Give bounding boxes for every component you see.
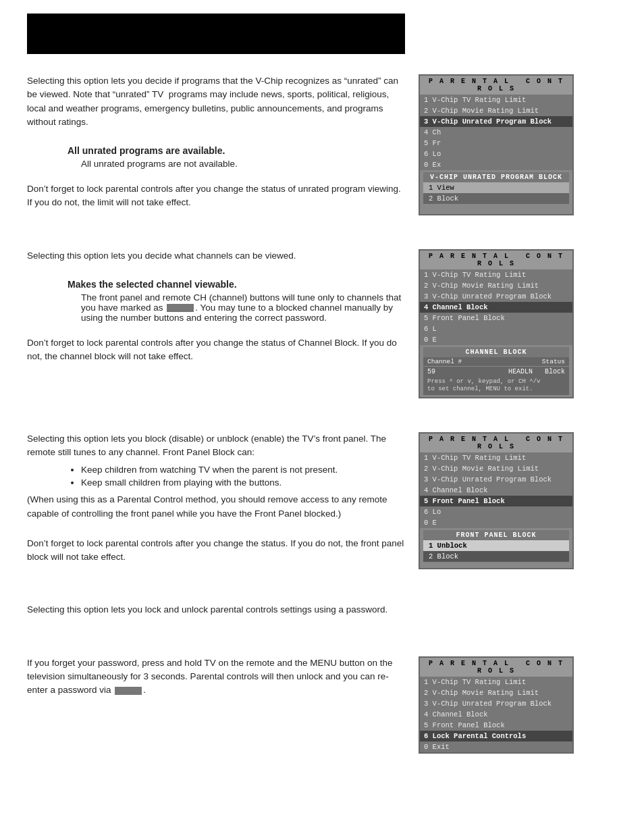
submenu-title-unrated: V-CHIP UNRATED PROGRAM BLOCK [423, 172, 569, 182]
menu-item-1: 1 V-Chip TV Rating Limit [420, 95, 572, 105]
menu-item-f4: 4 Channel Block [420, 485, 572, 496]
unrated-avail: All unrated programs are available. [68, 145, 405, 156]
section-forgot-text: If you forget your password, press and h… [27, 656, 405, 754]
submenu-title-frontpanel: FRONT PANEL BLOCK [423, 530, 569, 540]
submenu-title-channel: CHANNEL BLOCK [423, 347, 569, 357]
submenu-channel: CHANNEL BLOCK Channel # Status 59 HEADLN… [423, 346, 570, 396]
section-channel: Selecting this option lets you decide wh… [27, 249, 617, 398]
menu-item-lk1: 1 V-Chip TV Rating Limit [420, 677, 572, 687]
frontpanel-para1: Selecting this option lets you block (di… [27, 432, 405, 460]
submenu-view: 1 View [423, 182, 569, 193]
section-lock-text: Selecting this option lets you lock and … [27, 603, 405, 622]
channel-hint: Press ^ or v, keypad, or CH ^/vto set ch… [423, 377, 569, 395]
forgot-inline-ref [115, 687, 142, 695]
menu-item-6a: 6 Lo​​ [420, 149, 572, 159]
channel-reminder: Don’t forget to lock parental controls a… [27, 336, 405, 364]
menu-item-2: 2 V-Chip Movie Rating Limit [420, 105, 572, 116]
lock-para1: Selecting this option lets you lock and … [27, 603, 405, 617]
menu-item-c3: 3 V-Chip Unrated Program Block [420, 291, 572, 302]
menu-panel-channel: P A R E N T A L C O N T R O L S 1 V-Chip… [419, 249, 574, 398]
menu-item-f5: 5 Front Panel Block [420, 496, 572, 506]
section-frontpanel: Selecting this option lets you block (di… [27, 432, 617, 570]
menu-item-f1: 1 V-Chip TV Rating Limit [420, 452, 572, 463]
menu-item-lk0: 0 Exit [420, 741, 572, 752]
menu-item-lk5: 5 Front Panel Block [420, 720, 572, 731]
frontpanel-bullet1: Keep children from watching TV when the … [81, 465, 405, 475]
menu-panel-unrated: P A R E N T A L C O N T R O L S 1 V-Chip… [419, 74, 574, 215]
menu-item-lk4: 4 Channel Block [420, 709, 572, 720]
section-frontpanel-text: Selecting this option lets you block (di… [27, 432, 405, 570]
channel-table-header: Channel # Status [423, 357, 569, 367]
menu-item-f3: 3 V-Chip Unrated Program Block [420, 474, 572, 485]
main-content: Selecting this option lets you decide if… [27, 74, 617, 754]
channel-status: HEADLN Block [508, 368, 565, 375]
section-unrated: Selecting this option lets you decide if… [27, 74, 617, 215]
unrated-para1: Selecting this option lets you decide if… [27, 74, 405, 129]
menu-item-f6: 6 Lo​​​​​​​​​ [420, 506, 572, 517]
frontpanel-reminder: Don’t forget to lock parental controls a… [27, 537, 405, 565]
channel-viewable: Makes the selected channel viewable. [68, 279, 405, 290]
menu-item-c6: 6 L​​ [420, 323, 572, 334]
menu-item-lk3: 3 V-Chip Unrated Program Block [420, 698, 572, 709]
menu-item-c4: 4 Channel Block [420, 302, 572, 313]
menu-item-c1: 1 V-Chip TV Rating Limit [420, 269, 572, 280]
header-bar [27, 14, 405, 54]
section-channel-text: Selecting this option lets you decide wh… [27, 249, 405, 398]
forgot-para1: If you forget your password, press and h… [27, 656, 405, 698]
unrated-reminder: Don’t forget to lock parental controls a… [27, 182, 405, 210]
menu-panel-forgot: P A R E N T A L C O N T R O L S 1 V-Chip… [419, 656, 574, 754]
channel-col2-header: Status [542, 358, 565, 365]
menu-item-4: 4 Ch​​​​​​​​​ [420, 127, 572, 138]
section-lock: Selecting this option lets you lock and … [27, 603, 617, 622]
menu-item-c5: 5 Front Panel Block [420, 313, 572, 323]
channel-number: 59 [427, 368, 435, 375]
frontpanel-bullet2: Keep small children from playing with th… [81, 477, 405, 488]
menu-item-lk6: 6 Lock Parental Controls [420, 731, 572, 741]
channel-para1: Selecting this option lets you decide wh… [27, 249, 405, 263]
submenu-frontpanel: FRONT PANEL BLOCK 1 Unblock 2 Block [423, 529, 570, 563]
channel-col1-header: Channel # [427, 358, 462, 365]
menu-item-lk2: 2 V-Chip Movie Rating Limit [420, 687, 572, 698]
section-forgot: If you forget your password, press and h… [27, 656, 617, 754]
menu-item-f2: 2 V-Chip Movie Rating Limit [420, 463, 572, 474]
menu-item-c0: 0 E​​ [420, 334, 572, 345]
submenu-block2: 2 Block [423, 551, 569, 562]
frontpanel-bullets: Keep children from watching TV when the … [81, 465, 405, 488]
menu-title-channel: P A R E N T A L C O N T R O L S [420, 251, 572, 269]
menu-item-0a: 0 Ex​​ [420, 159, 572, 170]
menu-item-c2: 2 V-Chip Movie Rating Limit [420, 280, 572, 291]
channel-table-row: 59 HEADLN Block [423, 367, 569, 377]
submenu-unblock: 1 Unblock [423, 540, 569, 551]
channel-blocked: The front panel and remote CH (channel) … [81, 292, 405, 323]
menu-title-forgot: P A R E N T A L C O N T R O L S [420, 658, 572, 677]
menu-panel-frontpanel: P A R E N T A L C O N T R O L S 1 V-Chip… [419, 432, 574, 570]
menu-item-5a: 5 Fr​​ [420, 138, 572, 149]
menu-title-frontpanel: P A R E N T A L C O N T R O L S [420, 434, 572, 452]
menu-item-f0: 0 E​​ [420, 517, 572, 528]
unrated-notavail: All unrated programs are not available. [81, 159, 405, 169]
section-unrated-text: Selecting this option lets you decide if… [27, 74, 405, 215]
submenu-block1: 2 Block [423, 193, 569, 204]
menu-item-3: 3 V-Chip Unrated Program Block [420, 116, 572, 127]
submenu-unrated: V-CHIP UNRATED PROGRAM BLOCK 1 View 2 Bl… [423, 172, 570, 205]
frontpanel-para2: (When using this as a Parental Control m… [27, 493, 405, 521]
menu-title-unrated: P A R E N T A L C O N T R O L S [420, 76, 572, 95]
